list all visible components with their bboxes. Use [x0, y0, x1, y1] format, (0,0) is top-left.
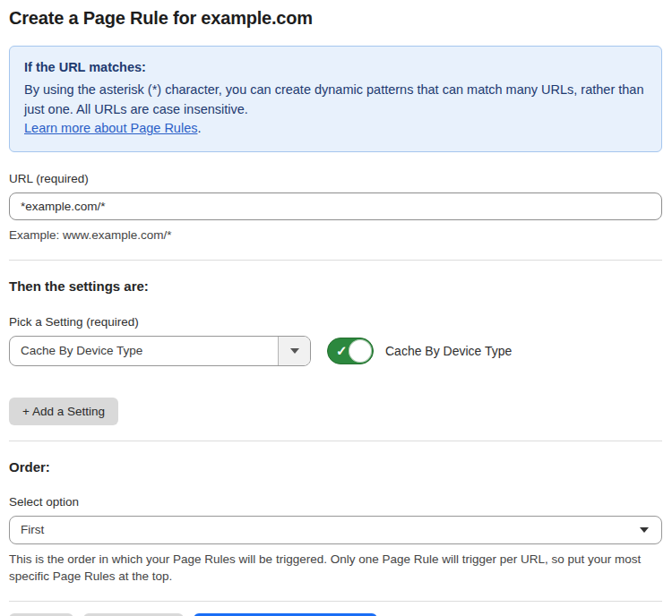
divider — [9, 601, 662, 602]
order-helper-text: This is the order in which your Page Rul… — [9, 551, 662, 586]
page-rule-form: Create a Page Rule for example.com If th… — [0, 0, 672, 616]
checkmark-icon: ✓ — [336, 344, 348, 357]
setting-select[interactable]: Cache By Device Type — [9, 336, 311, 366]
divider — [9, 441, 662, 441]
setting-select-value: Cache By Device Type — [10, 337, 278, 365]
setting-row: Cache By Device Type ✓ Cache By Device T… — [9, 336, 662, 366]
order-select[interactable]: First — [9, 516, 662, 544]
order-select-value: First — [21, 523, 44, 536]
info-box-heading: If the URL matches: — [24, 58, 647, 78]
pick-setting-label: Pick a Setting (required) — [9, 315, 662, 329]
order-section-heading: Order: — [9, 459, 662, 475]
url-match-info-box: If the URL matches: By using the asteris… — [9, 46, 662, 152]
url-field-group: URL (required) Example: www.example.com/… — [9, 172, 662, 244]
page-title: Create a Page Rule for example.com — [9, 8, 662, 29]
add-setting-button[interactable]: + Add a Setting — [9, 398, 118, 425]
chevron-down-icon — [640, 527, 649, 533]
info-box-body-text: By using the asterisk (*) character, you… — [24, 82, 644, 116]
url-input[interactable] — [9, 192, 662, 220]
learn-more-link[interactable]: Learn more about Page Rules — [24, 121, 197, 135]
cache-device-toggle[interactable]: ✓ — [327, 338, 374, 364]
setting-select-arrow-button[interactable] — [278, 337, 310, 365]
toggle-label: Cache By Device Type — [385, 344, 512, 358]
divider — [9, 260, 662, 261]
info-box-body: By using the asterisk (*) character, you… — [24, 81, 647, 139]
chevron-down-icon — [290, 348, 299, 354]
order-select-label: Select option — [9, 495, 662, 509]
link-suffix: . — [197, 121, 201, 135]
settings-section-heading: Then the settings are: — [9, 278, 662, 294]
url-example-helper: Example: www.example.com/* — [9, 227, 662, 244]
url-field-label: URL (required) — [9, 172, 662, 185]
toggle-knob — [349, 339, 372, 363]
